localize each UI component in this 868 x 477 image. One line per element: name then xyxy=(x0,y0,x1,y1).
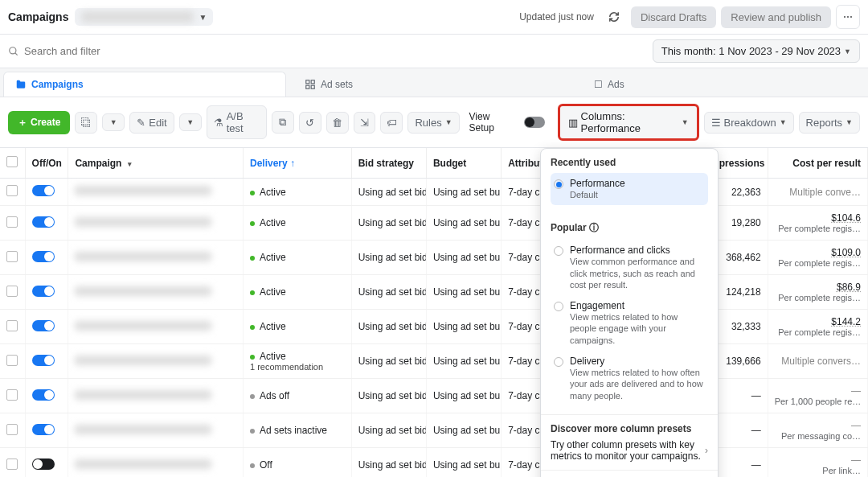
campaign-name-blurred[interactable] xyxy=(75,286,211,296)
table-row[interactable]: Active Using ad set bid… Using ad set bu… xyxy=(0,179,868,206)
date-range-selector[interactable]: This month: 1 Nov 2023 - 29 Nov 2023 ▼ xyxy=(653,39,860,63)
columns-label: Columns: Performance xyxy=(581,110,678,134)
campaign-name-blurred[interactable] xyxy=(75,217,211,227)
campaigns-table: Off/On Campaign ▾ Delivery ↑ Bid strateg… xyxy=(0,148,868,477)
columns-dropdown-menu: Recently used Performance Default Popula… xyxy=(540,148,719,477)
tab-ads[interactable]: ☐ Ads xyxy=(582,72,865,97)
row-checkbox[interactable] xyxy=(6,185,18,196)
status-toggle[interactable] xyxy=(32,251,55,262)
discover-more-link[interactable]: Try other column presets with key metric… xyxy=(551,439,708,462)
row-checkbox[interactable] xyxy=(6,320,18,331)
reports-button[interactable]: Reports ▼ xyxy=(799,112,860,134)
review-publish-button[interactable]: Review and publish xyxy=(721,6,831,28)
create-button-label: Create xyxy=(31,117,60,128)
checkbox-icon: ☐ xyxy=(594,79,603,90)
row-checkbox[interactable] xyxy=(6,251,18,262)
preset-delivery[interactable]: DeliveryView metrics related to how ofte… xyxy=(551,351,708,406)
refresh-button[interactable] xyxy=(602,5,626,29)
duplicate-button[interactable]: ⿻ xyxy=(75,112,97,134)
status-dot-icon xyxy=(250,355,255,360)
copy-button[interactable]: ⧉ xyxy=(272,111,294,134)
search-input[interactable] xyxy=(19,40,653,62)
campaign-name-blurred[interactable] xyxy=(75,459,211,469)
radio-selected-icon xyxy=(554,179,563,189)
view-setup-toggle[interactable] xyxy=(524,117,545,128)
table-row[interactable]: Active Using ad set bid… Using ad set bu… xyxy=(0,241,868,275)
campaign-name-blurred[interactable] xyxy=(75,390,211,400)
create-button[interactable]: ＋ Create xyxy=(8,111,70,134)
delivery-status: Active xyxy=(260,351,286,362)
row-checkbox[interactable] xyxy=(6,216,18,228)
export-button[interactable]: ⇲ xyxy=(354,112,376,134)
edit-button[interactable]: ✎ Edit xyxy=(129,112,174,134)
preset-performance[interactable]: Performance Default xyxy=(551,173,708,205)
table-row[interactable]: Active Using ad set bid… Using ad set bu… xyxy=(0,310,868,344)
page-title: Campaigns xyxy=(8,10,68,23)
offon-header[interactable]: Off/On xyxy=(25,148,68,179)
ab-test-button[interactable]: ⚗ A/B test xyxy=(207,105,267,139)
row-checkbox[interactable] xyxy=(6,458,18,470)
status-dot-icon xyxy=(250,394,255,399)
status-toggle[interactable] xyxy=(32,216,55,228)
status-dot-icon xyxy=(250,256,255,261)
campaign-name-blurred[interactable] xyxy=(75,252,211,261)
status-toggle[interactable] xyxy=(32,185,55,196)
campaign-name-blurred[interactable] xyxy=(75,425,211,434)
object-tabs: Campaigns Ad sets ☐ Ads xyxy=(0,68,868,97)
status-toggle[interactable] xyxy=(32,458,55,470)
search-filter[interactable] xyxy=(8,40,653,62)
tag-button[interactable]: 🏷 xyxy=(380,112,403,134)
table-row[interactable]: Ads off Using ad set bid… Using ad set b… xyxy=(0,379,868,413)
row-checkbox[interactable] xyxy=(6,286,18,297)
row-checkbox[interactable] xyxy=(6,389,18,401)
delete-button[interactable]: 🗑 xyxy=(326,112,349,134)
folder-icon xyxy=(15,79,27,90)
checkbox-header[interactable] xyxy=(0,148,25,179)
preset-engagement[interactable]: EngagementView metrics related to how pe… xyxy=(551,295,708,351)
preset-eng-label: Engagement xyxy=(570,300,705,311)
edit-dropdown[interactable]: ▼ xyxy=(179,113,202,131)
tab-adsets[interactable]: Ad sets xyxy=(293,72,575,97)
status-toggle[interactable] xyxy=(32,355,55,366)
cost-cell: —Per 1,000 people re… xyxy=(768,379,867,413)
grid-icon xyxy=(305,79,316,90)
breakdown-button[interactable]: ☰ Breakdown ▼ xyxy=(704,112,794,134)
status-dot-icon xyxy=(250,290,255,295)
row-checkbox[interactable] xyxy=(6,355,18,366)
tab-campaigns[interactable]: Campaigns xyxy=(3,72,286,97)
table-row[interactable]: Active1 recommendation Using ad set bid…… xyxy=(0,344,868,379)
undo-button[interactable]: ↺ xyxy=(299,112,321,134)
cost-header[interactable]: Cost per result xyxy=(768,148,867,179)
view-setup-label: View Setup xyxy=(469,111,514,134)
compare-attribution-link[interactable]: ⇄ Compare attribution settings xyxy=(541,470,718,477)
svg-line-1 xyxy=(15,52,18,55)
campaign-name-blurred[interactable] xyxy=(75,186,211,195)
table-row[interactable]: Active Using ad set bid… Using ad set bu… xyxy=(0,206,868,241)
table-row[interactable]: Ad sets inactive Using ad set bid… Using… xyxy=(0,413,868,448)
columns-selector[interactable]: ▥ Columns: Performance ▼ xyxy=(558,104,699,141)
more-menu-button[interactable]: ⋯ xyxy=(836,5,860,29)
rules-label: Rules xyxy=(415,117,441,129)
campaign-header[interactable]: Campaign ▾ xyxy=(68,148,244,179)
rules-button[interactable]: Rules ▼ xyxy=(407,112,459,134)
bid-header[interactable]: Bid strategy xyxy=(351,148,426,179)
campaign-name-blurred[interactable] xyxy=(75,356,211,365)
discard-drafts-button[interactable]: Discard Drafts xyxy=(631,6,716,28)
account-selector[interactable]: ▼ xyxy=(75,8,213,26)
campaign-name-blurred[interactable] xyxy=(75,321,211,331)
sort-asc-icon: ↑ xyxy=(290,158,295,169)
bid-strategy-cell: Using ad set bid… xyxy=(351,179,426,206)
status-toggle[interactable] xyxy=(32,320,55,331)
duplicate-dropdown[interactable]: ▼ xyxy=(102,113,125,131)
row-checkbox[interactable] xyxy=(6,424,18,435)
table-row[interactable]: Off Using ad set bid… Using ad set bu… 7… xyxy=(0,448,868,478)
table-row[interactable]: Active Using ad set bid… Using ad set bu… xyxy=(0,275,868,310)
status-toggle[interactable] xyxy=(32,424,55,435)
delivery-status: Ads off xyxy=(260,390,289,401)
preset-performance-clicks[interactable]: Performance and clicksView common perfor… xyxy=(551,240,708,295)
delivery-header[interactable]: Delivery ↑ xyxy=(243,148,351,179)
status-toggle[interactable] xyxy=(32,286,55,297)
budget-header[interactable]: Budget xyxy=(426,148,501,179)
info-icon: ⓘ xyxy=(589,222,599,233)
status-toggle[interactable] xyxy=(32,389,55,401)
